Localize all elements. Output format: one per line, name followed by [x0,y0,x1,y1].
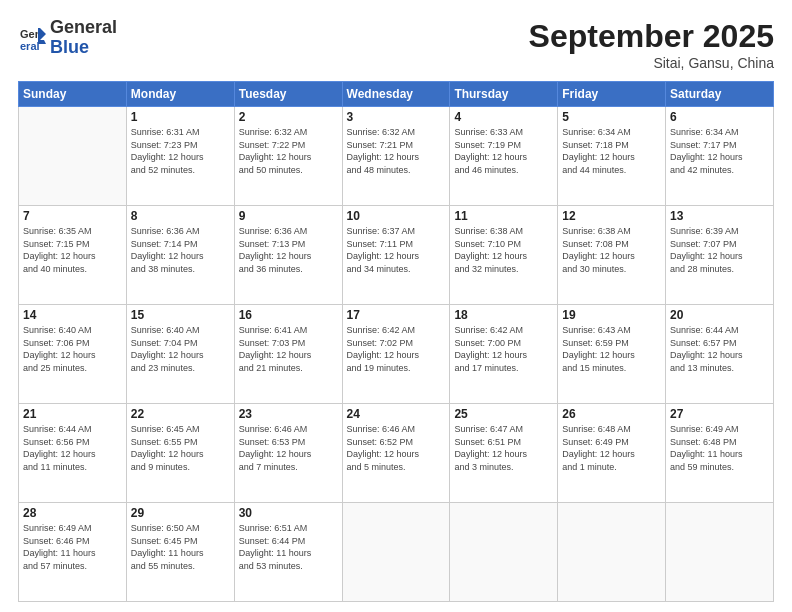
day-number: 22 [131,407,230,421]
svg-text:eral: eral [20,40,40,52]
calendar-cell: 20Sunrise: 6:44 AM Sunset: 6:57 PM Dayli… [666,305,774,404]
day-info: Sunrise: 6:40 AM Sunset: 7:06 PM Dayligh… [23,324,122,374]
day-info: Sunrise: 6:31 AM Sunset: 7:23 PM Dayligh… [131,126,230,176]
calendar-cell: 21Sunrise: 6:44 AM Sunset: 6:56 PM Dayli… [19,404,127,503]
calendar-cell: 26Sunrise: 6:48 AM Sunset: 6:49 PM Dayli… [558,404,666,503]
day-number: 21 [23,407,122,421]
calendar-cell [342,503,450,602]
day-number: 25 [454,407,553,421]
day-number: 11 [454,209,553,223]
calendar-week-3: 14Sunrise: 6:40 AM Sunset: 7:06 PM Dayli… [19,305,774,404]
day-info: Sunrise: 6:33 AM Sunset: 7:19 PM Dayligh… [454,126,553,176]
calendar-cell: 29Sunrise: 6:50 AM Sunset: 6:45 PM Dayli… [126,503,234,602]
calendar-cell: 4Sunrise: 6:33 AM Sunset: 7:19 PM Daylig… [450,107,558,206]
day-info: Sunrise: 6:40 AM Sunset: 7:04 PM Dayligh… [131,324,230,374]
day-number: 29 [131,506,230,520]
calendar-cell: 27Sunrise: 6:49 AM Sunset: 6:48 PM Dayli… [666,404,774,503]
calendar-cell: 19Sunrise: 6:43 AM Sunset: 6:59 PM Dayli… [558,305,666,404]
day-info: Sunrise: 6:34 AM Sunset: 7:17 PM Dayligh… [670,126,769,176]
day-number: 14 [23,308,122,322]
calendar-week-2: 7Sunrise: 6:35 AM Sunset: 7:15 PM Daylig… [19,206,774,305]
day-number: 10 [347,209,446,223]
day-number: 1 [131,110,230,124]
day-number: 28 [23,506,122,520]
calendar-cell: 2Sunrise: 6:32 AM Sunset: 7:22 PM Daylig… [234,107,342,206]
calendar-cell [666,503,774,602]
logo-icon: Gen eral [18,24,46,52]
calendar-week-5: 28Sunrise: 6:49 AM Sunset: 6:46 PM Dayli… [19,503,774,602]
day-info: Sunrise: 6:32 AM Sunset: 7:22 PM Dayligh… [239,126,338,176]
day-info: Sunrise: 6:49 AM Sunset: 6:46 PM Dayligh… [23,522,122,572]
day-number: 16 [239,308,338,322]
header: Gen eral General Blue September 2025 Sit… [18,18,774,71]
calendar-cell: 15Sunrise: 6:40 AM Sunset: 7:04 PM Dayli… [126,305,234,404]
col-sunday: Sunday [19,82,127,107]
month-title: September 2025 [529,18,774,55]
day-info: Sunrise: 6:41 AM Sunset: 7:03 PM Dayligh… [239,324,338,374]
day-info: Sunrise: 6:36 AM Sunset: 7:13 PM Dayligh… [239,225,338,275]
calendar-cell: 8Sunrise: 6:36 AM Sunset: 7:14 PM Daylig… [126,206,234,305]
day-number: 26 [562,407,661,421]
day-info: Sunrise: 6:44 AM Sunset: 6:56 PM Dayligh… [23,423,122,473]
logo-text: General Blue [50,18,117,58]
page: Gen eral General Blue September 2025 Sit… [0,0,792,612]
title-block: September 2025 Sitai, Gansu, China [529,18,774,71]
day-number: 20 [670,308,769,322]
day-number: 9 [239,209,338,223]
calendar-cell: 11Sunrise: 6:38 AM Sunset: 7:10 PM Dayli… [450,206,558,305]
day-info: Sunrise: 6:42 AM Sunset: 7:00 PM Dayligh… [454,324,553,374]
calendar-cell: 22Sunrise: 6:45 AM Sunset: 6:55 PM Dayli… [126,404,234,503]
day-number: 4 [454,110,553,124]
calendar-cell [558,503,666,602]
location: Sitai, Gansu, China [529,55,774,71]
calendar-week-1: 1Sunrise: 6:31 AM Sunset: 7:23 PM Daylig… [19,107,774,206]
calendar-cell: 16Sunrise: 6:41 AM Sunset: 7:03 PM Dayli… [234,305,342,404]
calendar-cell: 28Sunrise: 6:49 AM Sunset: 6:46 PM Dayli… [19,503,127,602]
calendar-cell: 3Sunrise: 6:32 AM Sunset: 7:21 PM Daylig… [342,107,450,206]
day-number: 2 [239,110,338,124]
logo: Gen eral General Blue [18,18,117,58]
day-info: Sunrise: 6:44 AM Sunset: 6:57 PM Dayligh… [670,324,769,374]
calendar-cell: 13Sunrise: 6:39 AM Sunset: 7:07 PM Dayli… [666,206,774,305]
day-info: Sunrise: 6:51 AM Sunset: 6:44 PM Dayligh… [239,522,338,572]
day-number: 30 [239,506,338,520]
day-info: Sunrise: 6:48 AM Sunset: 6:49 PM Dayligh… [562,423,661,473]
calendar-cell: 12Sunrise: 6:38 AM Sunset: 7:08 PM Dayli… [558,206,666,305]
day-info: Sunrise: 6:34 AM Sunset: 7:18 PM Dayligh… [562,126,661,176]
day-info: Sunrise: 6:43 AM Sunset: 6:59 PM Dayligh… [562,324,661,374]
day-info: Sunrise: 6:49 AM Sunset: 6:48 PM Dayligh… [670,423,769,473]
calendar-cell: 5Sunrise: 6:34 AM Sunset: 7:18 PM Daylig… [558,107,666,206]
day-number: 5 [562,110,661,124]
calendar-cell: 1Sunrise: 6:31 AM Sunset: 7:23 PM Daylig… [126,107,234,206]
calendar-header-row: Sunday Monday Tuesday Wednesday Thursday… [19,82,774,107]
day-number: 6 [670,110,769,124]
day-info: Sunrise: 6:47 AM Sunset: 6:51 PM Dayligh… [454,423,553,473]
calendar-cell: 9Sunrise: 6:36 AM Sunset: 7:13 PM Daylig… [234,206,342,305]
day-info: Sunrise: 6:46 AM Sunset: 6:52 PM Dayligh… [347,423,446,473]
day-info: Sunrise: 6:32 AM Sunset: 7:21 PM Dayligh… [347,126,446,176]
day-info: Sunrise: 6:42 AM Sunset: 7:02 PM Dayligh… [347,324,446,374]
calendar-cell: 6Sunrise: 6:34 AM Sunset: 7:17 PM Daylig… [666,107,774,206]
calendar-cell [450,503,558,602]
col-saturday: Saturday [666,82,774,107]
day-number: 23 [239,407,338,421]
col-monday: Monday [126,82,234,107]
day-info: Sunrise: 6:36 AM Sunset: 7:14 PM Dayligh… [131,225,230,275]
day-number: 17 [347,308,446,322]
calendar-cell: 10Sunrise: 6:37 AM Sunset: 7:11 PM Dayli… [342,206,450,305]
day-info: Sunrise: 6:37 AM Sunset: 7:11 PM Dayligh… [347,225,446,275]
day-number: 8 [131,209,230,223]
day-info: Sunrise: 6:39 AM Sunset: 7:07 PM Dayligh… [670,225,769,275]
calendar-cell: 14Sunrise: 6:40 AM Sunset: 7:06 PM Dayli… [19,305,127,404]
day-number: 3 [347,110,446,124]
calendar-cell: 23Sunrise: 6:46 AM Sunset: 6:53 PM Dayli… [234,404,342,503]
calendar-cell: 30Sunrise: 6:51 AM Sunset: 6:44 PM Dayli… [234,503,342,602]
day-number: 13 [670,209,769,223]
col-friday: Friday [558,82,666,107]
day-number: 19 [562,308,661,322]
day-number: 27 [670,407,769,421]
day-info: Sunrise: 6:46 AM Sunset: 6:53 PM Dayligh… [239,423,338,473]
day-number: 18 [454,308,553,322]
day-info: Sunrise: 6:35 AM Sunset: 7:15 PM Dayligh… [23,225,122,275]
calendar-cell: 18Sunrise: 6:42 AM Sunset: 7:00 PM Dayli… [450,305,558,404]
